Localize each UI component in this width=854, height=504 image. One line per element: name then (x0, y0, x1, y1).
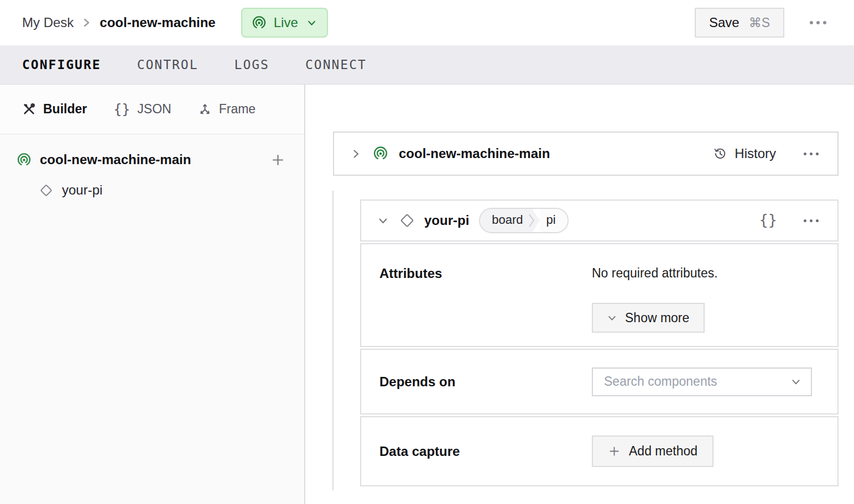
main-nav-tabs: CONFIGURE CONTROL LOGS CONNECT (0, 45, 854, 85)
top-header: My Desk cool-new-machine Live Save (0, 0, 854, 45)
save-button-label: Save (709, 15, 740, 30)
tree-connector-line (332, 191, 334, 490)
machine-part-title: cool-new-machine-main (399, 146, 550, 161)
add-method-label: Add method (629, 444, 697, 459)
view-tab-frame[interactable]: Frame (198, 102, 256, 117)
breadcrumb-parent[interactable]: My Desk (22, 15, 74, 30)
data-capture-section: Data capture Add method (360, 416, 839, 486)
header-overflow-menu-icon[interactable] (806, 18, 830, 28)
machine-tree: cool-new-machine-main your-pi (0, 134, 304, 198)
expand-chevron-right-icon[interactable] (351, 149, 361, 159)
view-tab-label: Builder (43, 102, 87, 117)
collapse-chevron-down-icon[interactable] (378, 216, 388, 226)
view-tab-json[interactable]: {} JSON (113, 101, 171, 117)
depends-on-select[interactable] (592, 368, 812, 396)
app-window: My Desk cool-new-machine Live Save (0, 0, 854, 504)
view-switcher: Builder {} JSON Frame (0, 85, 304, 134)
tools-icon (22, 102, 36, 116)
tree-machine-row[interactable]: cool-new-machine-main (17, 152, 285, 167)
show-more-button[interactable]: Show more (592, 303, 705, 333)
component-type-badge: board pi (479, 208, 568, 233)
component-title: your-pi (424, 213, 469, 228)
tree-component-row[interactable]: your-pi (39, 182, 285, 198)
view-tab-label: JSON (137, 102, 171, 117)
live-status-dropdown[interactable]: Live (241, 8, 328, 38)
breadcrumb: My Desk cool-new-machine (22, 15, 216, 30)
badge-chevron-icon (528, 212, 535, 229)
attributes-section: Attributes No required attributes. Show … (360, 243, 839, 347)
braces-icon: {} (113, 101, 130, 117)
builder-canvas: cool-new-machine-main History (305, 85, 854, 504)
data-capture-label: Data capture (379, 444, 592, 459)
edit-json-icon[interactable]: {} (759, 211, 777, 230)
axes-icon (198, 102, 212, 116)
tab-configure[interactable]: CONFIGURE (22, 55, 101, 74)
show-more-label: Show more (625, 311, 689, 326)
tab-logs[interactable]: LOGS (235, 55, 269, 74)
depends-on-label: Depends on (379, 374, 592, 390)
search-components-input[interactable] (604, 374, 791, 389)
breadcrumb-current: cool-new-machine (100, 15, 215, 30)
content-area: Builder {} JSON Frame (0, 85, 854, 504)
tab-control[interactable]: CONTROL (137, 55, 199, 74)
add-method-button[interactable]: Add method (592, 435, 714, 467)
component-card-menu-icon[interactable] (800, 216, 822, 225)
history-button-label: History (735, 146, 776, 161)
save-shortcut-hint: ⌘S (749, 15, 770, 30)
attributes-label: Attributes (379, 266, 592, 281)
live-badge-label: Live (274, 15, 298, 30)
header-actions: Save ⌘S (695, 8, 830, 38)
chevron-down-icon (307, 18, 316, 28)
component-model: pi (540, 209, 567, 232)
component-diamond-icon (399, 213, 415, 228)
tree-machine-name[interactable]: cool-new-machine-main (40, 152, 262, 167)
chevron-right-icon (82, 16, 91, 29)
broadcast-icon (373, 146, 388, 161)
select-chevron-down-icon[interactable] (791, 377, 801, 387)
component-card: your-pi board pi {} Attributes No r (360, 200, 839, 486)
history-clock-icon (713, 146, 727, 161)
depends-on-section: Depends on (360, 349, 839, 414)
component-diamond-icon (39, 183, 53, 197)
broadcast-icon (17, 153, 32, 167)
chevron-down-icon (607, 313, 617, 323)
plus-icon (608, 445, 621, 458)
machine-part-card: cool-new-machine-main History (333, 132, 839, 176)
attributes-empty-text: No required attributes. (592, 266, 718, 281)
component-card-header: your-pi board pi {} (360, 200, 839, 242)
view-tab-builder[interactable]: Builder (22, 102, 87, 117)
configure-sidebar: Builder {} JSON Frame (0, 85, 305, 504)
broadcast-icon (252, 15, 267, 30)
save-button[interactable]: Save ⌘S (695, 8, 784, 38)
attributes-content: No required attributes. Show more (592, 266, 718, 333)
tree-component-name[interactable]: your-pi (62, 182, 102, 198)
tab-connect[interactable]: CONNECT (305, 55, 367, 74)
add-component-icon[interactable] (270, 153, 285, 167)
history-button[interactable]: History (713, 146, 776, 161)
machine-card-menu-icon[interactable] (800, 149, 822, 159)
view-tab-label: Frame (219, 102, 256, 117)
